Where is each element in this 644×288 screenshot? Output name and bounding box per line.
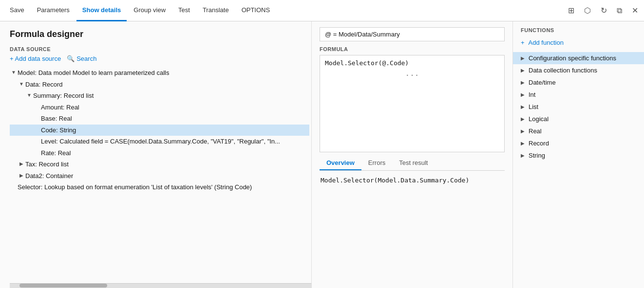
left-panel: Formula designer DATA SOURCE + Add data … <box>0 21 312 288</box>
ds-toolbar: + Add data source 🔍 Search <box>10 55 311 62</box>
chevron-logical-icon: ▶ <box>521 116 525 122</box>
plus-icon: + <box>521 39 525 46</box>
network-icon[interactable]: ⊞ <box>566 4 576 17</box>
formula-tabs: Overview Errors Test result <box>320 156 505 171</box>
func-item-datetime[interactable]: ▶ Date/time <box>513 76 644 89</box>
expander-model[interactable]: ▼ <box>10 69 18 76</box>
func-label-int: Int <box>529 91 535 98</box>
add-function-button[interactable]: + Add function <box>513 37 644 48</box>
func-label-real: Real <box>529 127 542 135</box>
chevron-record-icon: ▶ <box>521 141 525 146</box>
tree-item-summary[interactable]: ▼ Summary: Record list <box>10 90 309 102</box>
func-label-record: Record <box>529 140 549 147</box>
tree-label-data: Data: Record <box>25 80 63 90</box>
tree-item-level[interactable]: Level: Calculated field = CASE(model.Dat… <box>10 136 309 147</box>
add-datasource-button[interactable]: + Add data source <box>10 55 61 62</box>
tree-label-tax: Tax: Record list <box>25 160 69 169</box>
top-bar: Save Parameters Show details Group view … <box>0 0 644 21</box>
chevron-int-icon: ▶ <box>521 92 525 97</box>
func-label-string: String <box>529 152 545 159</box>
func-item-config-specific[interactable]: ▶ Configuration specific functions <box>513 52 644 64</box>
expander-level <box>33 137 41 145</box>
tab-list: Save Parameters Show details Group view … <box>4 0 566 21</box>
tab-show-details[interactable]: Show details <box>76 0 127 21</box>
func-item-real[interactable]: ▶ Real <box>513 125 644 137</box>
formula-result: Model.Selector(Model.Data.Summary.Code) <box>320 175 505 186</box>
expander-summary[interactable]: ▼ <box>25 91 33 99</box>
tab-errors[interactable]: Errors <box>361 156 392 170</box>
tab-options[interactable]: OPTIONS <box>236 0 276 21</box>
page-title: Formula designer <box>10 29 311 39</box>
expander-data2[interactable]: ▶ <box>18 172 25 180</box>
func-item-data-collection[interactable]: ▶ Data collection functions <box>513 64 644 76</box>
tab-test[interactable]: Test <box>172 0 196 21</box>
formula-text: Model.Selector(@.Code) <box>325 59 409 67</box>
formula-dots: ... <box>325 69 499 78</box>
func-item-list[interactable]: ▶ List <box>513 101 644 113</box>
tree-item-amount[interactable]: Amount: Real <box>10 102 309 113</box>
office-icon[interactable]: ⬡ <box>582 4 593 17</box>
tree-item-selector[interactable]: Selector: Lookup based on format enumera… <box>10 181 309 193</box>
main-container: Formula designer DATA SOURCE + Add data … <box>0 21 644 288</box>
datasource-label: DATA SOURCE <box>10 46 311 52</box>
func-item-record[interactable]: ▶ Record <box>513 137 644 149</box>
tree-container[interactable]: ▼ Model: Data model Model to learn param… <box>10 67 311 283</box>
expander-rate <box>33 149 41 157</box>
expander-tax[interactable]: ▶ <box>18 160 25 168</box>
tree-item-rate[interactable]: Rate: Real <box>10 147 309 159</box>
func-item-logical[interactable]: ▶ Logical <box>513 113 644 125</box>
formula-path-text: @ = Model/Data/Summary <box>325 31 400 38</box>
chevron-config-specific-icon: ▶ <box>521 55 525 61</box>
tree-label-model: Model: Data model Model to learn paramet… <box>18 68 169 78</box>
func-label-list: List <box>529 103 538 110</box>
tree-label-amount: Amount: Real <box>41 103 79 112</box>
horizontal-scrollbar[interactable] <box>10 283 311 288</box>
expander-data[interactable]: ▼ <box>18 80 25 88</box>
function-list: ▶ Configuration specific functions ▶ Dat… <box>513 52 644 288</box>
func-label-datetime: Date/time <box>529 79 556 86</box>
tree-item-base[interactable]: Base: Real <box>10 113 309 125</box>
tree-label-selector: Selector: Lookup based on format enumera… <box>18 182 252 192</box>
tree-label-level: Level: Calculated field = CASE(model.Dat… <box>41 137 280 146</box>
expander-base <box>33 114 41 122</box>
tab-translate[interactable]: Translate <box>197 0 235 21</box>
func-item-int[interactable]: ▶ Int <box>513 89 644 101</box>
tree-label-rate: Rate: Real <box>41 148 71 158</box>
tree-label-base: Base: Real <box>41 114 72 124</box>
tab-overview[interactable]: Overview <box>320 156 361 170</box>
resize-icon[interactable]: ⧉ <box>615 4 624 17</box>
add-function-label: Add function <box>529 39 564 46</box>
tree-item-model[interactable]: ▼ Model: Data model Model to learn param… <box>10 67 309 79</box>
expander-selector <box>10 183 18 191</box>
tab-parameters[interactable]: Parameters <box>31 0 76 21</box>
expander-amount <box>33 103 41 111</box>
tab-save[interactable]: Save <box>4 0 30 21</box>
chevron-real-icon: ▶ <box>521 128 525 134</box>
formula-editor[interactable]: Model.Selector(@.Code) ... <box>320 55 505 152</box>
func-label-logical: Logical <box>529 115 549 123</box>
functions-section-label: FUNCTIONS <box>513 27 644 33</box>
chevron-list-icon: ▶ <box>521 104 525 109</box>
formula-path: @ = Model/Data/Summary <box>320 27 505 41</box>
refresh-icon[interactable]: ↻ <box>599 4 609 17</box>
tree-label-data2: Data2: Container <box>25 171 73 181</box>
tree-item-tax[interactable]: ▶ Tax: Record list <box>10 159 309 170</box>
tree-item-data2[interactable]: ▶ Data2: Container <box>10 170 309 182</box>
func-label-config-specific: Configuration specific functions <box>529 54 616 62</box>
search-icon: 🔍 <box>67 55 75 62</box>
middle-panel: @ = Model/Data/Summary FORMULA Model.Sel… <box>312 21 512 288</box>
tree-item-code[interactable]: Code: String <box>10 125 309 136</box>
right-panel: FUNCTIONS + Add function ▶ Configuration… <box>512 21 644 288</box>
chevron-data-collection-icon: ▶ <box>521 68 525 73</box>
func-label-data-collection: Data collection functions <box>529 67 597 74</box>
tree-label-summary: Summary: Record list <box>33 91 94 101</box>
search-button[interactable]: 🔍 Search <box>67 55 96 62</box>
tree-item-data[interactable]: ▼ Data: Record <box>10 79 309 90</box>
func-item-string[interactable]: ▶ String <box>513 149 644 162</box>
formula-section-label: FORMULA <box>320 46 505 52</box>
chevron-string-icon: ▶ <box>521 153 525 158</box>
tab-test-result[interactable]: Test result <box>392 156 435 170</box>
tree-label-code: Code: String <box>41 126 76 135</box>
close-icon[interactable]: ✕ <box>630 4 640 17</box>
tab-group-view[interactable]: Group view <box>128 0 171 21</box>
